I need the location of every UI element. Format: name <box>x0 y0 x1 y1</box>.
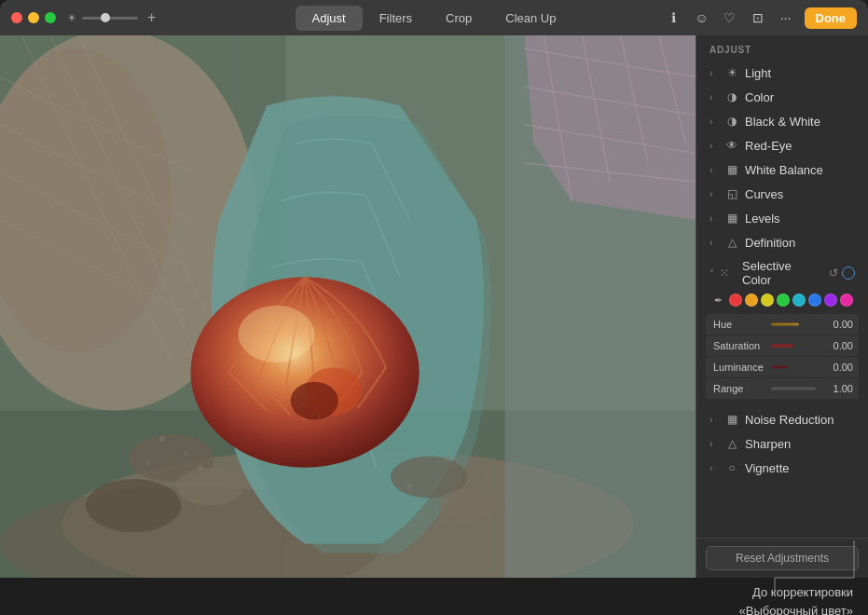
reset-icon[interactable]: ↺ <box>829 266 838 280</box>
chevron-right-icon: › <box>710 141 719 151</box>
sc-header-icons: ↺ <box>829 266 855 280</box>
svg-point-24 <box>238 306 314 362</box>
connector-line <box>682 540 868 615</box>
adjust-item-curves[interactable]: › ◱ Curves <box>696 182 868 206</box>
svg-point-32 <box>159 436 165 442</box>
light-icon: ☀ <box>724 65 739 80</box>
tab-crop[interactable]: Crop <box>429 6 489 31</box>
adjust-item-color[interactable]: › ◑ Color <box>696 85 868 109</box>
add-button[interactable]: + <box>147 9 156 26</box>
hue-label: Hue <box>706 319 769 330</box>
selective-color-section: ˅ ⁙ Selective Color ↺ ✒ <box>696 254 868 407</box>
luminance-fill <box>771 366 788 369</box>
svg-point-38 <box>406 484 412 489</box>
color-dot-teal[interactable] <box>792 294 806 307</box>
vignette-label: Vignette <box>745 461 855 475</box>
panel-header: Adjust <box>696 35 868 61</box>
sharpen-label: Sharpen <box>745 437 855 451</box>
chevron-down-icon: ˅ <box>710 268 714 279</box>
brightness-slider-area: ☀ + <box>67 9 156 26</box>
photo-area <box>0 35 696 578</box>
brightness-track[interactable] <box>82 17 138 20</box>
color-dot-green[interactable] <box>777 294 790 307</box>
chevron-right-icon: › <box>710 116 719 127</box>
saturation-slider[interactable] <box>771 337 827 354</box>
color-dot-purple[interactable] <box>824 294 837 307</box>
slider-min-icon: ☀ <box>67 12 76 24</box>
hue-slider-row: Hue 0.00 <box>706 314 859 335</box>
adjust-item-levels[interactable]: › ▦ Levels <box>696 206 868 230</box>
svg-point-37 <box>484 471 488 474</box>
redeye-label: Red-Eye <box>745 139 855 153</box>
heart-icon[interactable]: ♡ <box>721 8 739 27</box>
luminance-value: 0.00 <box>829 362 859 373</box>
info-icon[interactable]: ℹ <box>665 8 683 27</box>
wb-icon: ▦ <box>724 162 739 177</box>
brightness-thumb[interactable] <box>101 13 110 22</box>
minimize-button[interactable] <box>28 12 39 23</box>
share-icon[interactable]: ⊡ <box>749 8 767 27</box>
emoji-icon[interactable]: ☺ <box>693 8 711 27</box>
sc-toggle[interactable] <box>842 266 855 280</box>
main-content: Adjust › ☀ Light › ◑ Color › ◑ <box>0 35 868 578</box>
tab-adjust[interactable]: Adjust <box>296 6 363 31</box>
chevron-right-icon: › <box>710 238 719 248</box>
svg-point-28 <box>176 468 243 506</box>
chevron-right-icon: › <box>710 165 719 175</box>
bw-icon: ◑ <box>724 114 739 129</box>
definition-icon: △ <box>724 235 739 250</box>
definition-label: Definition <box>745 236 855 250</box>
adjust-item-definition[interactable]: › △ Definition <box>696 230 868 254</box>
done-button[interactable]: Done <box>805 7 858 29</box>
close-button[interactable] <box>11 12 22 23</box>
sharpen-icon: △ <box>724 436 739 451</box>
adjust-item-light[interactable]: › ☀ Light <box>696 61 868 85</box>
color-dot-pink[interactable] <box>840 294 853 307</box>
tab-filters[interactable]: Filters <box>363 6 429 31</box>
range-value: 1.00 <box>829 383 859 394</box>
adjust-item-bw[interactable]: › ◑ Black & White <box>696 109 868 133</box>
range-slider[interactable] <box>771 380 827 397</box>
adjust-item-sharpen[interactable]: › △ Sharpen <box>696 431 868 456</box>
saturation-value: 0.00 <box>829 340 859 351</box>
svg-point-31 <box>86 479 181 532</box>
selective-color-header[interactable]: ˅ ⁙ Selective Color ↺ <box>696 254 868 292</box>
levels-label: Levels <box>745 212 855 226</box>
levels-icon: ▦ <box>724 211 739 226</box>
color-dot-blue[interactable] <box>808 294 821 307</box>
titlebar-right: ℹ ☺ ♡ ⊡ ··· Done <box>665 7 858 29</box>
traffic-lights <box>11 12 56 23</box>
selective-color-icon: ⁙ <box>720 266 735 280</box>
color-dot-yellow[interactable] <box>761 294 774 307</box>
more-icon[interactable]: ··· <box>777 8 795 27</box>
selective-color-label: Selective Color <box>742 259 823 287</box>
range-fill <box>771 388 816 390</box>
tab-clean-up[interactable]: Clean Up <box>489 6 572 31</box>
vignette-icon: ○ <box>724 460 739 475</box>
adjust-item-vignette[interactable]: › ○ Vignette <box>696 456 868 480</box>
color-dots-row: ✒ <box>706 292 859 308</box>
luminance-label: Luminance <box>706 362 769 373</box>
hue-fill <box>771 323 799 326</box>
adjust-item-noise[interactable]: › ▦ Noise Reduction <box>696 407 868 431</box>
bottom-area: До корректировки «Выборочный цвет» <box>0 578 868 615</box>
saturation-slider-row: Saturation 0.00 <box>706 335 859 356</box>
chevron-right-icon: › <box>710 189 719 199</box>
color-dot-red[interactable] <box>729 294 742 307</box>
hue-slider[interactable] <box>771 316 827 333</box>
chevron-right-icon: › <box>710 415 719 425</box>
adjust-item-redeye[interactable]: › 👁 Red-Eye <box>696 133 868 157</box>
svg-point-36 <box>445 455 450 460</box>
color-dot-orange[interactable] <box>745 294 758 307</box>
range-label: Range <box>706 383 769 394</box>
photo-image <box>0 35 696 578</box>
luminance-slider[interactable] <box>771 359 827 376</box>
eyedropper-button[interactable]: ✒ <box>710 292 726 308</box>
curves-label: Curves <box>745 187 855 201</box>
wb-label: White Balance <box>745 163 855 177</box>
chevron-right-icon: › <box>710 213 719 224</box>
chevron-right-icon: › <box>710 92 719 102</box>
svg-point-30 <box>438 488 495 523</box>
adjust-item-wb[interactable]: › ▦ White Balance <box>696 157 868 182</box>
maximize-button[interactable] <box>45 12 56 23</box>
